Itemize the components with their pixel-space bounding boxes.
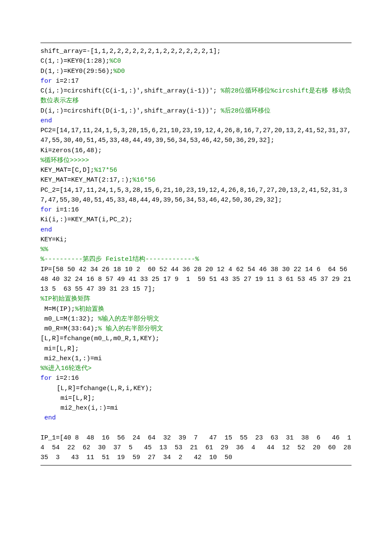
top-rule	[40, 43, 352, 43]
comment-text: %后28位循环移位	[221, 107, 271, 115]
code-line: [L,R]=fchange(L,R,i,KEY);	[40, 384, 352, 393]
keyword-text: end	[40, 226, 52, 234]
code-text: KEY_MAT=[C,D];	[40, 167, 94, 174]
code-line: end	[40, 225, 352, 235]
code-line: %循环移位>>>>>	[40, 156, 352, 165]
code-text: mi=[L,R];	[57, 395, 95, 402]
comment-text: %循环移位>>>>>	[40, 157, 89, 164]
code-line: for i=2:16	[40, 373, 352, 383]
code-line: %----------第四步 Feistel结构-------------%	[40, 254, 352, 264]
document-page: shift_array=-[1,1,2,2,2,2,2,2,1,2,2,2,2,…	[0, 0, 392, 555]
code-line: PC2=[14,17,11,24,1,5,3,28,15,6,21,10,23,…	[40, 126, 352, 146]
code-text: IP_1=[40 8 48 16 56 24 64 32 39 7 47 15 …	[40, 434, 359, 462]
code-line: M=M(IP);%初始置换	[40, 304, 352, 314]
comment-text: %%	[40, 246, 48, 253]
code-line: Ki=zeros(16,48);	[40, 146, 352, 156]
comment-text: %%进入16轮迭代>	[40, 365, 92, 372]
code-line: mi=[L,R];	[40, 393, 352, 403]
code-text: m0_L=M(1:32);	[40, 315, 98, 323]
code-text: D(1,:)=KEY0(29:56);	[40, 68, 113, 75]
code-text: M=M(IP);	[40, 306, 75, 313]
code-text: i=2:17	[56, 78, 79, 85]
comment-text: %IP初始置换矩阵	[40, 295, 90, 303]
code-text: i=2:16	[56, 375, 79, 382]
code-text: C(i,:)=circshift(C(i-1,:)',shift_array(i…	[40, 87, 221, 95]
code-text: shift_array=-[1,1,2,2,2,2,2,2,1,2,2,2,2,…	[40, 48, 221, 55]
code-text: Ki=zeros(16,48);	[40, 147, 102, 154]
code-line: %IP初始置换矩阵	[40, 294, 352, 304]
code-text: m0_R=M(33:64);	[40, 325, 98, 332]
code-line: for i=1:16	[40, 205, 352, 215]
code-text: mi2_hex(1,:)=mi	[40, 355, 102, 362]
code-text: KEY_MAT=KEY_MAT(2:17,:);	[40, 176, 133, 184]
keyword-text: for	[40, 78, 56, 85]
code-line: end	[40, 116, 352, 126]
keyword-text: for	[40, 375, 56, 382]
code-text: IP=[58 50 42 34 26 18 10 2 60 52 44 36 2…	[40, 266, 355, 293]
code-text: mi2_hex(i,:)=mi	[57, 405, 118, 412]
comment-text: %初始置换	[75, 306, 104, 313]
code-line: end	[40, 413, 352, 423]
code-text: D(i,:)=circshift(D(i-1,:)',shift_array(i…	[40, 107, 221, 115]
code-line: D(1,:)=KEY0(29:56);%D0	[40, 66, 352, 76]
code-text: Ki(i,:)=KEY_MAT(i,PC_2);	[40, 216, 133, 223]
code-line: for i=2:17	[40, 76, 352, 86]
comment-text: %----------第四步 Feistel结构-------------%	[40, 256, 199, 263]
code-text: [L,R]=fchange(m0_L,m0_R,1,KEY);	[40, 335, 159, 342]
comment-text: %C0	[110, 58, 121, 65]
code-text: i=1:16	[56, 206, 79, 214]
code-text: [L,R]=fchange(L,R,i,KEY);	[57, 385, 153, 392]
code-line: KEY_MAT=KEY_MAT(2:17,:);%16*56	[40, 175, 352, 185]
code-text: mi=[L,R];	[40, 345, 79, 353]
code-line: [L,R]=fchange(m0_L,m0_R,1,KEY);	[40, 334, 352, 344]
code-line: %%	[40, 245, 352, 254]
code-line: m0_L=M(1:32); %输入的左半部分明文	[40, 314, 352, 324]
code-line: mi=[L,R];	[40, 344, 352, 354]
code-line: KEY_MAT=[C,D];%17*56	[40, 165, 352, 175]
code-text: PC_2=[14,17,11,24,1,5,3,28,15,6,21,10,23…	[40, 187, 347, 204]
comment-text: %输入的左半部分明文	[98, 315, 159, 323]
code-text: C(1,:)=KEY0(1:28);	[40, 58, 110, 65]
code-line: KEY=Ki;	[40, 235, 352, 245]
code-line: D(i,:)=circshift(D(i-1,:)',shift_array(i…	[40, 106, 352, 116]
code-line: IP_1=[40 8 48 16 56 24 64 32 39 7 47 15 …	[40, 433, 352, 463]
code-text: PC2=[14,17,11,24,1,5,3,28,15,6,21,10,23,…	[40, 127, 351, 144]
comment-text: %16*56	[133, 176, 156, 184]
code-text: KEY=Ki;	[40, 236, 67, 243]
code-line: m0_R=M(33:64);% 输入的右半部分明文	[40, 324, 352, 334]
comment-text: % 输入的右半部分明文	[98, 325, 163, 332]
code-line: mi2_hex(1,:)=mi	[40, 354, 352, 364]
keyword-text: end	[40, 117, 52, 124]
bottom-rule	[40, 465, 352, 465]
code-line: C(1,:)=KEY0(1:28);%C0	[40, 56, 352, 66]
code-line: shift_array=-[1,1,2,2,2,2,2,2,1,2,2,2,2,…	[40, 46, 352, 56]
code-line: IP=[58 50 42 34 26 18 10 2 60 52 44 36 2…	[40, 265, 352, 295]
keyword-text: for	[40, 206, 56, 214]
code-line: C(i,:)=circshift(C(i-1,:)',shift_array(i…	[40, 86, 352, 106]
code-line: Ki(i,:)=KEY_MAT(i,PC_2);	[40, 215, 352, 225]
keyword-text: end	[44, 414, 56, 422]
code-line: %%进入16轮迭代>	[40, 364, 352, 373]
comment-text: %D0	[113, 68, 125, 75]
comment-text: %17*56	[94, 167, 117, 174]
code-block: shift_array=-[1,1,2,2,2,2,2,2,1,2,2,2,2,…	[40, 46, 352, 462]
code-line: mi2_hex(i,:)=mi	[40, 403, 352, 413]
code-line: PC_2=[14,17,11,24,1,5,3,28,15,6,21,10,23…	[40, 185, 352, 205]
blank-line	[40, 423, 352, 433]
